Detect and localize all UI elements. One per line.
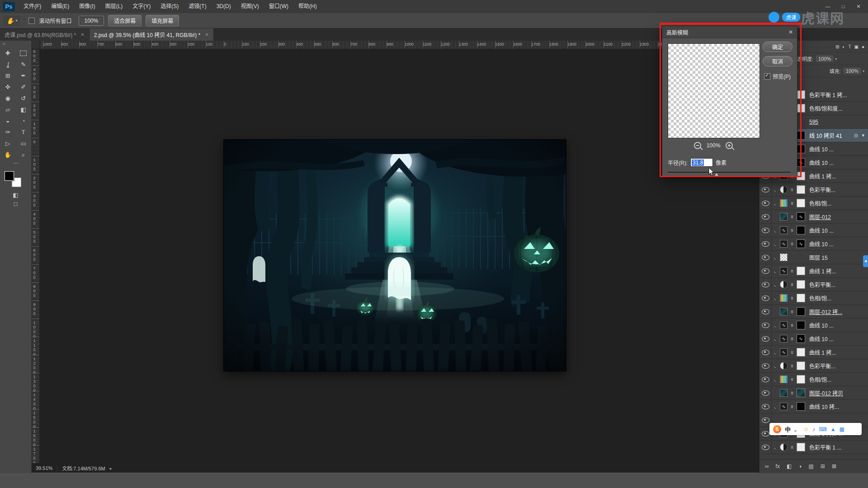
layer-row[interactable]: 8图层-012: [760, 210, 868, 224]
path-selection-tool[interactable]: ▷: [0, 138, 16, 149]
layer-thumbnail[interactable]: [780, 186, 788, 193]
radius-slider[interactable]: [668, 172, 791, 174]
pen-tool[interactable]: ✑: [0, 127, 16, 138]
dialog-title-bar[interactable]: 高斯模糊 ✕: [662, 26, 797, 38]
layer-thumbnail[interactable]: [780, 443, 788, 451]
tab-close-icon[interactable]: ✕: [205, 32, 208, 37]
layer-thumbnail[interactable]: ∿: [780, 321, 788, 329]
panel-expand-arrow[interactable]: ◀: [863, 255, 868, 267]
layer-mask-thumbnail[interactable]: [797, 348, 805, 357]
chevron-down-icon[interactable]: ▾: [862, 132, 864, 138]
layer-row[interactable]: 8图层-012 拷...: [760, 305, 868, 319]
menu-item-3d[interactable]: 3D(D): [212, 0, 236, 13]
marquee-tool[interactable]: [16, 47, 32, 59]
brush-tool[interactable]: ✐: [16, 81, 32, 93]
layer-mask-thumbnail[interactable]: [797, 267, 805, 275]
visibility-eye-icon[interactable]: [762, 377, 769, 382]
toolbox-icon[interactable]: ▦: [840, 426, 844, 432]
quick-selection-tool[interactable]: ✎: [16, 59, 32, 70]
layer-name[interactable]: 色相/饱...: [809, 375, 831, 383]
layer-thumbnail[interactable]: ∿: [780, 226, 788, 234]
current-tool-preset[interactable]: ✋ ▾: [4, 16, 20, 26]
document-tab[interactable]: 2.psd @ 39.5% (曲线 10 拷贝 41, RGB/8#) *✕: [90, 28, 214, 41]
chevron-down-icon[interactable]: ▾: [835, 57, 837, 61]
layer-name[interactable]: 曲线 10 ...: [809, 145, 834, 153]
keyboard-icon[interactable]: ⌨: [819, 426, 826, 432]
filter-icon[interactable]: ●: [862, 44, 864, 49]
layer-mask-thumbnail[interactable]: [797, 104, 805, 113]
more-tools-icon[interactable]: ⋯: [0, 160, 31, 167]
zoom-level[interactable]: 39.51%: [36, 465, 52, 471]
layer-mask-thumbnail[interactable]: [797, 131, 805, 140]
hand-tool[interactable]: ✋: [0, 149, 16, 160]
document-canvas[interactable]: [224, 140, 566, 371]
layer-name[interactable]: 曲线 10 ...: [809, 321, 834, 329]
visibility-eye-icon[interactable]: [762, 418, 769, 423]
layer-row[interactable]: ⌞∿8曲线 10 ...: [760, 332, 868, 346]
eyedropper-tool[interactable]: ✒: [16, 70, 32, 81]
menu-item-filter[interactable]: 滤镜(T): [184, 0, 211, 13]
document-tab[interactable]: 虎课.psd @ 63.6%(RGB/8#) *✕: [0, 28, 90, 41]
layer-row[interactable]: ⌞8色相/饱...: [760, 291, 868, 305]
layer-mask-thumbnail[interactable]: [797, 307, 805, 316]
blur-tool[interactable]: ◒: [0, 115, 16, 127]
menu-item-file[interactable]: 文件(F): [19, 0, 46, 13]
layer-mask-thumbnail[interactable]: [797, 389, 805, 397]
close-button[interactable]: ✕: [851, 0, 866, 13]
ime-mode-chinese[interactable]: 中: [785, 425, 791, 433]
layer-mask-thumbnail[interactable]: [797, 402, 805, 411]
shape-tool[interactable]: ▭: [16, 138, 32, 149]
menu-item-help[interactable]: 帮助(H): [293, 0, 322, 13]
cancel-button[interactable]: 取消: [763, 56, 793, 66]
slider-thumb-icon[interactable]: [714, 173, 719, 177]
layer-thumbnail[interactable]: ∿: [780, 267, 788, 275]
screen-mode-icon[interactable]: □: [0, 199, 31, 208]
voice-icon[interactable]: ♪: [812, 426, 815, 432]
layer-name[interactable]: 线 10 拷贝 41: [809, 131, 842, 139]
healing-brush-tool[interactable]: ✜: [0, 81, 16, 93]
delete-layer-icon[interactable]: ⊠: [832, 463, 836, 469]
layer-mask-thumbnail[interactable]: [797, 145, 805, 153]
filter-icon[interactable]: ▣: [854, 44, 859, 49]
collapse-toolbar-icon[interactable]: «: [0, 41, 31, 47]
visibility-eye-icon[interactable]: [762, 214, 769, 220]
layer-name[interactable]: 曲线 10 ...: [809, 335, 834, 343]
chevron-down-icon[interactable]: ▾: [863, 69, 864, 73]
new-layer-icon[interactable]: ⊞: [821, 463, 825, 469]
layer-name[interactable]: 色彩平衡...: [809, 186, 835, 193]
zoom-tool[interactable]: ⌕: [16, 149, 32, 160]
layer-row[interactable]: 8图层-012 拷贝: [760, 386, 868, 400]
layer-name[interactable]: 色彩平衡...: [809, 281, 835, 288]
add-mask-icon[interactable]: ◧: [787, 463, 792, 469]
layer-row[interactable]: ⌞∿8曲线 1 拷...: [760, 346, 868, 359]
filter-icon[interactable]: ◐: [842, 44, 845, 49]
crop-tool[interactable]: ⊞: [0, 70, 16, 81]
layer-name[interactable]: 图层 15: [809, 253, 828, 261]
canvas-area[interactable]: 1000900800700600500400300200100010020030…: [31, 41, 760, 473]
layer-mask-thumbnail[interactable]: [797, 294, 805, 302]
visibility-eye-icon[interactable]: [762, 445, 769, 450]
layer-mask-thumbnail[interactable]: [797, 158, 805, 167]
punctuation-icon[interactable]: 。: [794, 425, 800, 433]
menu-item-image[interactable]: 图像(I): [74, 0, 100, 13]
visibility-eye-icon[interactable]: [762, 309, 769, 314]
gradient-tool[interactable]: ◧: [16, 104, 32, 115]
visibility-eye-icon[interactable]: [762, 404, 769, 409]
visibility-eye-icon[interactable]: [762, 323, 769, 328]
layer-row[interactable]: ⌞8色相/饱...: [760, 197, 868, 210]
ok-button[interactable]: 确定: [763, 42, 793, 52]
scroll-all-windows-checkbox[interactable]: [28, 18, 35, 24]
layer-thumbnail[interactable]: [780, 281, 788, 288]
layer-thumbnail[interactable]: ∿: [780, 403, 788, 410]
foreground-color-swatch[interactable]: [5, 171, 14, 181]
emoji-icon[interactable]: ☺: [803, 426, 809, 432]
layer-thumbnail[interactable]: [780, 294, 788, 302]
zoom-100-button[interactable]: 100%: [79, 16, 104, 26]
layer-group-icon[interactable]: ▤: [809, 463, 814, 469]
layer-row[interactable]: ⌞8色彩平衡...: [760, 278, 868, 291]
adjustment-layer-icon[interactable]: ◑: [798, 463, 802, 469]
radius-input[interactable]: 31.8: [690, 158, 713, 167]
layer-mask-thumbnail[interactable]: [797, 334, 805, 343]
zoom-out-icon[interactable]: [694, 142, 701, 149]
layer-name[interactable]: 色彩平衡 1 拷...: [809, 91, 847, 99]
